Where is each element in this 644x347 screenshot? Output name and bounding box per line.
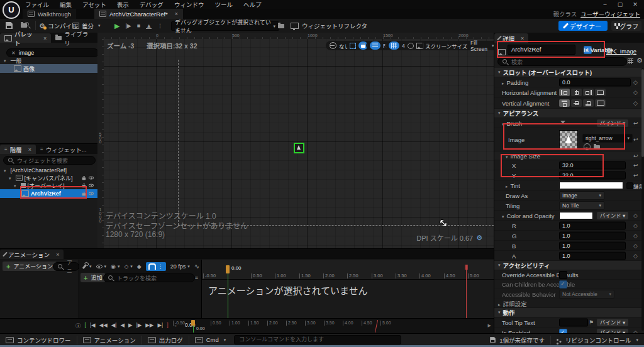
- snap-button-active[interactable]: ⋮: [146, 262, 166, 271]
- view-options-button[interactable]: ▾: [96, 264, 107, 269]
- expander-icon[interactable]: [4, 57, 9, 63]
- skip-to-start-button[interactable]: |◀: [90, 322, 96, 328]
- track-search-input[interactable]: トラックを検索: [103, 273, 195, 282]
- tree-row-canvas-panel[interactable]: [キャンバスパネル]: [0, 174, 97, 182]
- menu-window[interactable]: ウィンドウ: [174, 0, 204, 9]
- image-size-y-input[interactable]: 32.0: [559, 171, 626, 179]
- valign-bottom-button[interactable]: [583, 99, 594, 107]
- animation-search-input[interactable]: アニ: [53, 262, 79, 271]
- rotation-snap-icon[interactable]: [408, 43, 414, 49]
- row-advanced-accessibility[interactable]: 詳細設定: [494, 299, 644, 308]
- selected-image-widget[interactable]: [294, 143, 304, 153]
- rewind-button[interactable]: ◀◀: [99, 322, 108, 328]
- section-behavior[interactable]: 動作: [494, 308, 644, 317]
- image-asset-dropdown[interactable]: right_arrow▾: [582, 134, 633, 143]
- halign-fill-button[interactable]: [595, 89, 606, 96]
- overview-ruler[interactable]: -0.50 0.50 1.00 1.50 2.00 2.50 3.00 3.50…: [171, 319, 494, 334]
- bind-diamond-icon[interactable]: ◇: [633, 223, 638, 229]
- visibility-eye-icon[interactable]: [89, 184, 94, 187]
- snap-options-icon[interactable]: ⋮: [158, 263, 164, 270]
- details-search-input[interactable]: 検索: [497, 57, 627, 66]
- accessible-behavior-dropdown[interactable]: Not Accessible▾: [559, 290, 614, 299]
- visibility-eye-icon[interactable]: [89, 192, 94, 196]
- range-start-bracket-icon[interactable]: [: [85, 322, 86, 328]
- section-accessibility[interactable]: アクセシビリティ: [494, 261, 644, 270]
- tab-palette[interactable]: パレット×: [0, 33, 51, 43]
- children-accessible-checkbox[interactable]: [559, 280, 567, 289]
- revision-control-button[interactable]: リビジョンコントロール▾: [551, 335, 644, 345]
- debug-object-dropdown[interactable]: デバッグオブジェクトが選択されていません▾: [171, 21, 279, 31]
- range-end-handle[interactable]: [465, 265, 468, 270]
- close-icon[interactable]: ×: [28, 146, 31, 153]
- tab-library[interactable]: ライブラリ: [51, 33, 97, 43]
- unsaved-assets-button[interactable]: 1個が未保存です: [484, 335, 550, 345]
- open-image-link[interactable]: 開く Image: [606, 47, 636, 55]
- color-opacity-swatch[interactable]: [559, 212, 593, 219]
- keying-options-button[interactable]: ◉▾: [111, 263, 119, 270]
- animation-panel-button[interactable]: アニメーション: [77, 335, 142, 345]
- unreal-logo-icon[interactable]: U: [3, 1, 20, 19]
- lock-icon[interactable]: [82, 193, 86, 196]
- menu-edit[interactable]: 編集: [60, 0, 72, 9]
- graph-mode-button[interactable]: グラフ: [611, 21, 641, 31]
- tree-row-overlay[interactable]: [オーバーレイ]: [0, 182, 97, 189]
- tiling-dropdown[interactable]: No Tile▾: [559, 201, 604, 210]
- details-settings-gear-icon[interactable]: ⚙: [636, 57, 643, 64]
- valign-top-button[interactable]: [559, 99, 570, 107]
- halign-center-button[interactable]: [571, 89, 582, 96]
- designer-mode-button[interactable]: デザイナー: [558, 21, 608, 31]
- close-icon[interactable]: ×: [521, 35, 524, 41]
- reset-icon[interactable]: ↩: [633, 162, 638, 168]
- fast-forward-button[interactable]: ▶▶: [145, 322, 153, 328]
- section-appearance[interactable]: アピアランス: [494, 109, 644, 118]
- add-key-button[interactable]: ◆: [137, 263, 142, 270]
- sequencer-settings-button[interactable]: ▾: [82, 264, 92, 269]
- bind-diamond-icon[interactable]: ◇: [633, 233, 638, 239]
- tab-animation[interactable]: アニメーション×: [0, 250, 64, 259]
- tree-row-archvizref-selected[interactable]: ArchVizRef: [0, 189, 97, 198]
- info-icon[interactable]: ⓘ: [75, 321, 81, 329]
- step-back-button[interactable]: ◀|: [111, 322, 117, 328]
- close-tab-icon[interactable]: ×: [175, 11, 178, 17]
- section-slot[interactable]: スロット (オーバーレイスロット): [494, 68, 644, 77]
- eject-button[interactable]: ▲: [146, 23, 152, 29]
- is-enabled-checkbox[interactable]: [559, 329, 567, 333]
- output-log-button[interactable]: 出力ログ: [142, 335, 189, 345]
- auto-key-button[interactable]: ◇▾: [124, 263, 132, 270]
- playhead-handle[interactable]: [226, 265, 230, 273]
- valign-center-button[interactable]: [571, 99, 582, 107]
- bind-diamond-icon[interactable]: ◇: [633, 100, 638, 106]
- override-accessible-checkbox[interactable]: [559, 271, 567, 279]
- overview-playhead-handle[interactable]: [191, 320, 195, 326]
- reset-icon[interactable]: ↩: [633, 136, 638, 143]
- tab-details[interactable]: 詳細×: [494, 33, 528, 43]
- image-thumbnail[interactable]: [559, 130, 578, 149]
- visibility-eye-icon[interactable]: [89, 176, 94, 180]
- tab-archvizcharacterref[interactable]: ArchVizCharacterRef*×: [94, 9, 183, 19]
- reset-icon[interactable]: ↩: [633, 172, 638, 179]
- designer-canvas[interactable]: ズーム -3 選択項目:32 x 32 なし R 4 スクリーンサイズ▾ Fil…: [104, 39, 494, 248]
- parent-class-link[interactable]: ユーザーウィジェット: [580, 9, 640, 18]
- draw-as-dropdown[interactable]: Image▾: [559, 191, 604, 200]
- browse-asset-icon[interactable]: [21, 22, 30, 29]
- property-matrix-icon[interactable]: [628, 58, 633, 64]
- valign-fill-button[interactable]: [595, 99, 606, 107]
- filter-icon[interactable]: ≡: [195, 275, 198, 281]
- grid-snap-value[interactable]: 4: [402, 43, 405, 49]
- cmd-dropdown[interactable]: Cmd▾: [189, 335, 232, 345]
- b-input[interactable]: 1.0: [559, 241, 626, 250]
- fps-dropdown[interactable]: 20 fps▾: [170, 263, 190, 270]
- tab-widget[interactable]: ≡ウィジェット...: [36, 145, 91, 154]
- menu-file[interactable]: ファイル: [25, 0, 49, 9]
- widget-name-input[interactable]: ArchVizRef: [508, 45, 575, 55]
- image-size-x-input[interactable]: 32.0: [559, 161, 626, 169]
- menu-asset[interactable]: アセット: [82, 0, 106, 9]
- menu-debug[interactable]: デバッグ: [140, 0, 164, 9]
- minimize-button[interactable]: –: [597, 0, 613, 9]
- timeline-area[interactable]: -0.50 0.50 1.00 1.50 2.00 2.50 3.00 3.50…: [202, 260, 494, 318]
- a-input[interactable]: 1.0: [559, 251, 626, 260]
- padding-input[interactable]: 0.0: [559, 78, 631, 86]
- inherit-checkbox[interactable]: [626, 182, 633, 189]
- dpi-settings-gear-icon[interactable]: ⚙: [476, 234, 482, 241]
- browse-to-asset-icon[interactable]: [594, 144, 600, 151]
